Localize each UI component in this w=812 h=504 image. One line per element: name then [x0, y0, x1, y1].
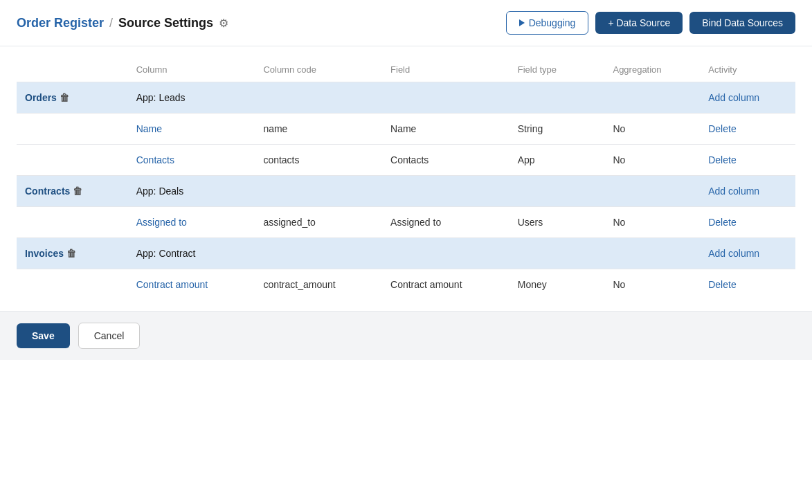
table-row: Contract amount contract_amount Contract… — [17, 269, 795, 300]
table-row: Assigned to assigned_to Assigned to User… — [17, 207, 795, 238]
save-button[interactable]: Save — [17, 323, 70, 348]
trash-icon-invoices[interactable]: 🗑 — [66, 248, 76, 259]
column-type: Money — [509, 269, 605, 300]
source-app-invoices: App: Contract — [128, 238, 255, 269]
col-header-activity: Activity — [700, 57, 795, 82]
source-name-orders: Orders 🗑 — [25, 92, 120, 103]
delete-button[interactable]: Delete — [708, 279, 736, 290]
cancel-button[interactable]: Cancel — [78, 323, 141, 349]
column-name[interactable]: Contacts — [136, 154, 174, 165]
col-header-code: Column code — [255, 57, 382, 82]
page-title: Source Settings — [118, 16, 213, 30]
column-field: Assigned to — [382, 207, 509, 238]
table-container: Column Column code Field Field type Aggr… — [0, 57, 812, 300]
breadcrumb: Order Register / Source Settings ⚙ — [17, 16, 228, 30]
col-header-field: Field — [382, 57, 509, 82]
add-data-source-button[interactable]: + Data Source — [595, 12, 683, 34]
source-settings-table: Column Column code Field Field type Aggr… — [17, 57, 795, 300]
column-aggregation: No — [604, 207, 700, 238]
col-header-empty — [17, 57, 128, 82]
delete-button[interactable]: Delete — [708, 217, 736, 228]
source-name-invoices: Invoices 🗑 — [25, 248, 120, 259]
delete-button[interactable]: Delete — [708, 123, 736, 134]
col-header-column: Column — [128, 57, 255, 82]
source-name-contracts: Contracts 🗑 — [25, 186, 120, 197]
app-name: Order Register — [17, 16, 104, 30]
trash-icon-contracts[interactable]: 🗑 — [73, 186, 82, 197]
col-header-aggregation: Aggregation — [604, 57, 700, 82]
footer: Save Cancel — [0, 311, 812, 360]
source-app-orders: App: Leads — [128, 82, 255, 114]
column-field: Contract amount — [382, 269, 509, 300]
column-type: String — [509, 114, 605, 145]
breadcrumb-separator: / — [109, 16, 113, 30]
source-app-contracts: App: Deals — [128, 176, 255, 207]
debugging-button[interactable]: Debugging — [506, 11, 589, 35]
column-name[interactable]: Assigned to — [136, 217, 187, 228]
table-row: Contacts contacts Contacts App No Delete — [17, 145, 795, 176]
column-code: assigned_to — [255, 207, 382, 238]
column-aggregation: No — [604, 145, 700, 176]
table-row: Name name Name String No Delete — [17, 114, 795, 145]
source-group-contracts: Contracts 🗑 App: Deals Add column — [17, 176, 795, 207]
column-name[interactable]: Contract amount — [136, 279, 208, 290]
gear-icon[interactable]: ⚙ — [219, 17, 228, 30]
header: Order Register / Source Settings ⚙ Debug… — [0, 0, 812, 46]
column-aggregation: No — [604, 114, 700, 145]
add-column-button-invoices[interactable]: Add column — [708, 248, 759, 259]
source-group-invoices: Invoices 🗑 App: Contract Add column — [17, 238, 795, 269]
trash-icon-orders[interactable]: 🗑 — [60, 92, 69, 103]
column-type: App — [509, 145, 605, 176]
add-column-button-contracts[interactable]: Add column — [708, 186, 759, 197]
column-name[interactable]: Name — [136, 123, 162, 134]
col-header-type: Field type — [509, 57, 605, 82]
table-header-row: Column Column code Field Field type Aggr… — [17, 57, 795, 82]
add-column-button-orders[interactable]: Add column — [708, 92, 759, 103]
column-code: name — [255, 114, 382, 145]
play-icon — [519, 19, 525, 26]
column-code: contacts — [255, 145, 382, 176]
delete-button[interactable]: Delete — [708, 154, 736, 165]
column-type: Users — [509, 207, 605, 238]
column-aggregation: No — [604, 269, 700, 300]
column-field: Name — [382, 114, 509, 145]
source-group-orders: Orders 🗑 App: Leads Add column — [17, 82, 795, 114]
header-actions: Debugging + Data Source Bind Data Source… — [506, 11, 795, 35]
column-code: contract_amount — [255, 269, 382, 300]
column-field: Contacts — [382, 145, 509, 176]
bind-data-sources-button[interactable]: Bind Data Sources — [689, 12, 795, 34]
